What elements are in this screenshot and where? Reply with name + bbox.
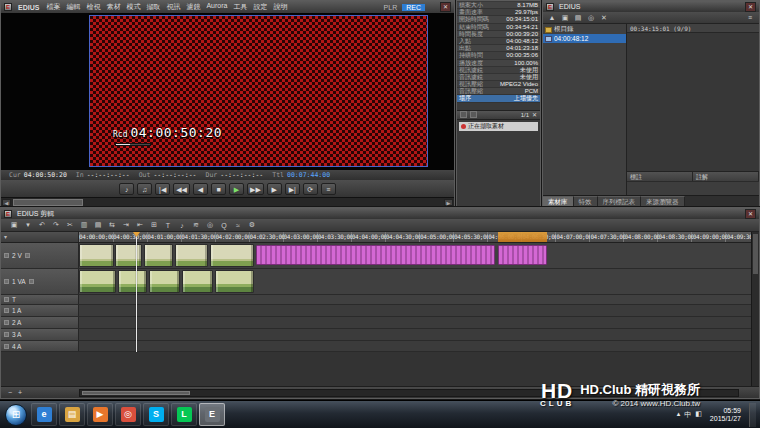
search-icon[interactable]: ◎ [205, 221, 215, 229]
video-audio-clip[interactable] [79, 270, 116, 293]
tree-item[interactable]: 根目錄 [543, 25, 626, 34]
close-icon[interactable]: ✕ [745, 209, 756, 219]
zoom-icon[interactable]: Q [219, 222, 229, 229]
mark-in-icon[interactable]: ⇥ [121, 221, 131, 229]
track-lock-icon[interactable] [4, 279, 9, 284]
track-header[interactable]: 4 A [1, 341, 79, 351]
track-lane[interactable] [79, 243, 759, 268]
menu-item[interactable]: Aurora [203, 2, 230, 12]
title-icon[interactable]: T [163, 222, 173, 229]
menu-item[interactable]: 視訊 [163, 2, 183, 12]
mixer-icon[interactable]: ≋ [191, 221, 201, 229]
video-audio-clip[interactable] [215, 270, 254, 293]
track-output-icon[interactable] [29, 279, 34, 284]
video-clip[interactable] [79, 244, 114, 267]
property-row[interactable]: 音訊濾鏡 未使用 [457, 74, 540, 81]
prev-frame-icon[interactable]: ◀ [193, 183, 208, 195]
track-header[interactable]: 3 A [1, 329, 79, 340]
track-lane[interactable] [79, 305, 759, 316]
folder-up-icon[interactable]: ▲ [547, 14, 557, 21]
menu-item[interactable]: 設定 [250, 2, 270, 12]
track-header[interactable]: 1 A [1, 305, 79, 316]
menu-item[interactable]: 編輯 [63, 2, 83, 12]
track-lane[interactable] [79, 295, 759, 304]
search-icon[interactable]: ◎ [586, 14, 596, 22]
play-icon[interactable]: ▶ [229, 183, 244, 195]
close-icon[interactable]: ✕ [532, 111, 537, 118]
track-header[interactable]: 2 V [1, 243, 79, 268]
video-audio-clip[interactable] [118, 270, 147, 293]
scroll-right-icon[interactable]: ▶ [444, 199, 453, 206]
menu-item[interactable]: 擷取 [143, 2, 163, 12]
menu-item[interactable]: 檔案 [43, 2, 63, 12]
loop-icon[interactable]: ⟳ [303, 183, 318, 195]
video-clip[interactable] [175, 244, 208, 267]
property-row[interactable]: 播放速度 100.00% [457, 60, 540, 67]
menu-item[interactable]: 工具 [230, 2, 250, 12]
export-icon[interactable]: ≡ [321, 183, 336, 195]
track-mute-icon[interactable] [4, 344, 9, 349]
view-mode-icon[interactable]: ▤ [573, 14, 583, 22]
dropdown-icon[interactable]: ▾ [23, 221, 33, 229]
property-row[interactable]: 檔案大小 8.17MB [457, 2, 540, 9]
property-row[interactable]: 場序 上場優先 [457, 95, 540, 102]
tree-item[interactable]: 04:00:48:12 [543, 34, 626, 43]
video-clip[interactable] [115, 244, 142, 267]
save-icon[interactable]: ▣ [9, 221, 19, 229]
redo-icon[interactable]: ↷ [51, 221, 61, 229]
paste-icon[interactable]: ▤ [93, 221, 103, 229]
media-player-icon[interactable]: ▶ [87, 403, 113, 426]
marker-list-area[interactable] [627, 181, 759, 195]
clip-list-area[interactable] [627, 33, 759, 171]
zoom-in-icon[interactable]: + [15, 389, 25, 396]
palette-tab[interactable]: 來源瀏覽器 [641, 196, 685, 206]
track-lane[interactable] [79, 329, 759, 340]
close-icon[interactable]: ✕ [440, 2, 451, 12]
player-mode-tab[interactable]: PLR [380, 4, 402, 11]
recorder-mode-tab[interactable]: REC [402, 4, 425, 11]
fast-forward-icon[interactable]: ▶▶ [247, 183, 264, 195]
capture-settings-icon[interactable] [460, 111, 467, 118]
stop-icon[interactable]: ■ [211, 183, 226, 195]
tray-icon[interactable]: 中 [684, 410, 691, 420]
new-folder-icon[interactable]: ▣ [560, 14, 570, 22]
scroll-left-icon[interactable]: ◀ [2, 199, 11, 206]
property-row[interactable]: 時間長度 00:00:39:20 [457, 31, 540, 38]
line-icon[interactable]: L [171, 403, 197, 426]
timeline-vertical-scrollbar[interactable] [751, 232, 759, 386]
property-row[interactable]: 入點 04:00:48:12 [457, 38, 540, 45]
mark-out-icon[interactable]: ⇤ [135, 221, 145, 229]
add-clip-icon[interactable]: ⊞ [149, 221, 159, 229]
track-lane[interactable] [79, 269, 759, 294]
detail-view-icon[interactable]: ≡ [745, 14, 755, 21]
property-row[interactable]: 音訊壓縮 PCM [457, 88, 540, 95]
capture-stop-icon[interactable] [470, 111, 477, 118]
preview-scrollbar[interactable]: ◀ ▶ [1, 197, 454, 207]
property-row[interactable]: 出點 04:01:23:18 [457, 45, 540, 52]
column-header[interactable]: 註解 [693, 172, 759, 181]
timecode-ruler[interactable]: 04:00:00;0004:00:30;0004:01:00;0004:01:3… [79, 232, 759, 242]
track-mute-icon[interactable] [4, 308, 9, 313]
mute-icon[interactable]: ♫ [137, 183, 152, 195]
skype-icon[interactable]: S [143, 403, 169, 426]
property-row[interactable]: 視訊壓縮 MPEG2 Video [457, 81, 540, 88]
ie-icon[interactable]: e [31, 403, 57, 426]
menu-item[interactable]: 說明 [270, 2, 290, 12]
undo-icon[interactable]: ↶ [37, 221, 47, 229]
track-lock-icon[interactable] [4, 253, 9, 258]
track-lock-icon[interactable] [4, 297, 9, 302]
video-clip[interactable] [210, 244, 254, 267]
snap-icon[interactable]: ≈ [233, 222, 243, 229]
still-image-clip[interactable] [498, 245, 547, 265]
track-header[interactable]: 1 VA [1, 269, 79, 294]
still-image-clip[interactable] [256, 245, 495, 265]
close-icon[interactable]: ✕ [745, 2, 756, 12]
track-header[interactable]: T [1, 295, 79, 304]
menu-item[interactable]: 素材 [103, 2, 123, 12]
track-output-icon[interactable] [25, 253, 30, 258]
voiceover-icon[interactable]: ♪ [177, 222, 187, 229]
scrollbar-thumb[interactable] [82, 391, 190, 395]
playhead[interactable] [136, 232, 137, 352]
capture-item[interactable]: 正在擷取素材 [459, 122, 538, 131]
scrollbar-thumb[interactable] [13, 199, 83, 206]
